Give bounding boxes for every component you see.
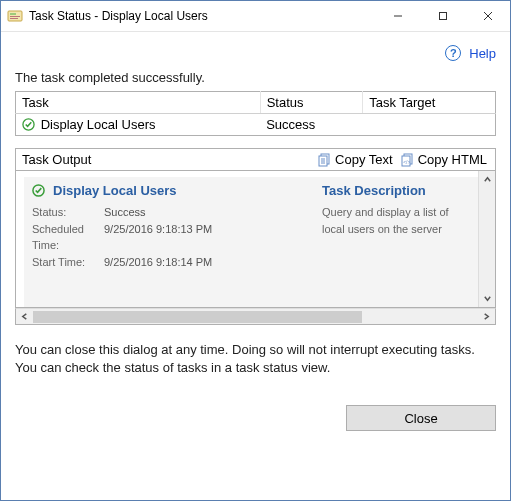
svg-rect-2: [10, 16, 20, 17]
scheduled-time-value: 9/25/2016 9:18:13 PM: [104, 221, 292, 254]
description-text: Query and display a list of local users …: [322, 204, 470, 237]
close-button[interactable]: Close: [346, 405, 496, 431]
cell-status: Success: [260, 114, 362, 136]
window-controls: [375, 1, 510, 31]
col-target[interactable]: Task Target: [363, 92, 496, 114]
app-icon: [7, 8, 23, 24]
cell-target: [363, 114, 496, 136]
scroll-down-icon[interactable]: [479, 290, 495, 307]
start-time-value: 9/25/2016 9:18:14 PM: [104, 254, 292, 271]
status-value: Success: [104, 204, 292, 221]
svg-rect-5: [439, 13, 446, 20]
success-icon: [32, 184, 45, 197]
output-label: Task Output: [22, 152, 314, 167]
info-note: You can close this dialog at any time. D…: [15, 341, 496, 377]
scheduled-time-label: Scheduled Time:: [32, 221, 104, 254]
window-close-button[interactable]: [465, 1, 510, 31]
success-icon: [22, 118, 35, 131]
vertical-scrollbar[interactable]: [478, 171, 495, 307]
cell-task: Display Local Users: [41, 117, 156, 132]
minimize-button[interactable]: [375, 1, 420, 31]
copy-html-icon: </>: [401, 153, 415, 167]
output-card: Display Local Users Status:Success Sched…: [24, 177, 478, 307]
description-title: Task Description: [322, 183, 470, 198]
svg-text:</>: </>: [403, 159, 410, 165]
copy-text-icon: [318, 153, 332, 167]
scroll-right-icon[interactable]: [478, 309, 495, 324]
card-title: Display Local Users: [53, 183, 177, 198]
start-time-label: Start Time:: [32, 254, 104, 271]
horizontal-scrollbar[interactable]: [15, 308, 496, 325]
task-table: Task Status Task Target Display Local Us…: [15, 91, 496, 136]
status-label: Status:: [32, 204, 104, 221]
col-task[interactable]: Task: [16, 92, 261, 114]
help-icon[interactable]: ?: [445, 45, 461, 61]
svg-rect-3: [10, 18, 18, 19]
copy-html-button[interactable]: </> Copy HTML: [397, 151, 491, 168]
maximize-button[interactable]: [420, 1, 465, 31]
svg-rect-1: [10, 13, 16, 15]
output-header: Task Output Copy Text </> Copy HTML: [15, 148, 496, 170]
output-area: Display Local Users Status:Success Sched…: [15, 170, 496, 308]
scroll-up-icon[interactable]: [479, 171, 495, 188]
help-bar: ? Help: [15, 40, 496, 66]
copy-text-button[interactable]: Copy Text: [314, 151, 397, 168]
help-link[interactable]: Help: [469, 46, 496, 61]
col-status[interactable]: Status: [260, 92, 362, 114]
scroll-left-icon[interactable]: [16, 309, 33, 324]
scrollbar-thumb[interactable]: [33, 311, 362, 323]
table-row[interactable]: Display Local Users Success: [16, 114, 496, 136]
titlebar: Task Status - Display Local Users: [1, 1, 510, 32]
completion-message: The task completed successfully.: [15, 70, 496, 85]
window-title: Task Status - Display Local Users: [29, 9, 375, 23]
